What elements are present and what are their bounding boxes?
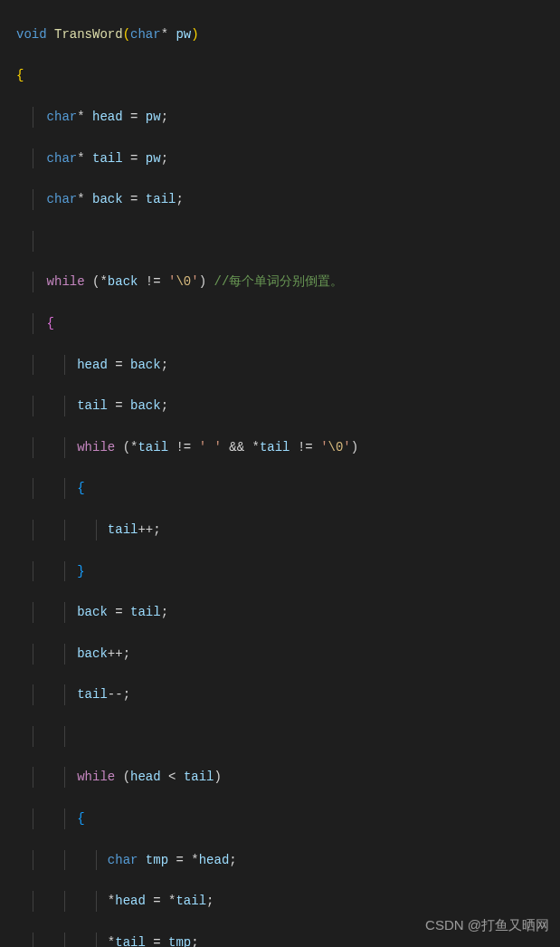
code-line: while (*tail != ' ' && *tail != '\0') xyxy=(16,437,560,458)
code-line: char tmp = *head; xyxy=(16,850,560,871)
code-line: char* tail = pw; xyxy=(16,148,560,169)
code-line: back = tail; xyxy=(16,602,560,623)
code-line: char* back = tail; xyxy=(16,189,560,210)
code-line: void TransWord(char* pw) xyxy=(16,24,560,45)
code-line: { xyxy=(16,478,560,499)
code-line: tail = back; xyxy=(16,396,560,416)
code-line: { xyxy=(16,808,560,829)
code-line: tail++; xyxy=(16,520,560,540)
code-line: tail--; xyxy=(16,684,560,705)
code-editor[interactable]: void TransWord(char* pw) { char* head = … xyxy=(0,0,560,947)
code-line: *head = *tail; xyxy=(16,891,560,912)
code-line: { xyxy=(16,65,560,86)
code-line: } xyxy=(16,561,560,582)
code-line: char* head = pw; xyxy=(16,107,560,128)
code-line xyxy=(16,231,560,252)
code-line: back++; xyxy=(16,644,560,665)
watermark-text: CSDN @打鱼又晒网 xyxy=(425,915,549,936)
code-line: head = back; xyxy=(16,355,560,376)
code-line: while (head < tail) xyxy=(16,767,560,788)
code-line: { xyxy=(16,313,560,334)
code-line xyxy=(16,726,560,747)
code-line: while (*back != '\0') //每个单词分别倒置。 xyxy=(16,272,560,292)
